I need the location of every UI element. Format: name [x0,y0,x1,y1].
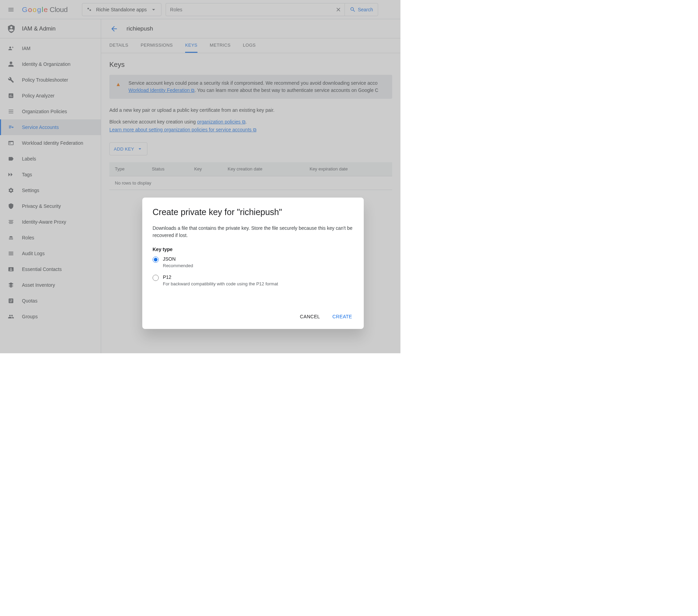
radio-json-row[interactable]: JSON Recommended [153,256,353,273]
radio-json-title: JSON [163,256,193,262]
dialog-title: Create private key for "richiepush" [153,207,353,217]
dialog-body: Downloads a file that contains the priva… [153,225,353,239]
create-key-dialog: Create private key for "richiepush" Down… [142,198,364,329]
radio-p12-row[interactable]: P12 For backward compatibility with code… [153,274,353,291]
cancel-button[interactable]: CANCEL [299,312,322,321]
keytype-label: Key type [153,247,353,252]
radio-json-sub: Recommended [163,263,193,268]
radio-json[interactable] [153,257,159,263]
radio-p12-sub: For backward compatibility with code usi… [163,281,278,286]
create-button[interactable]: CREATE [331,312,353,321]
modal-scrim[interactable]: Create private key for "richiepush" Down… [0,0,400,353]
radio-p12-title: P12 [163,274,278,280]
radio-p12[interactable] [153,275,159,281]
